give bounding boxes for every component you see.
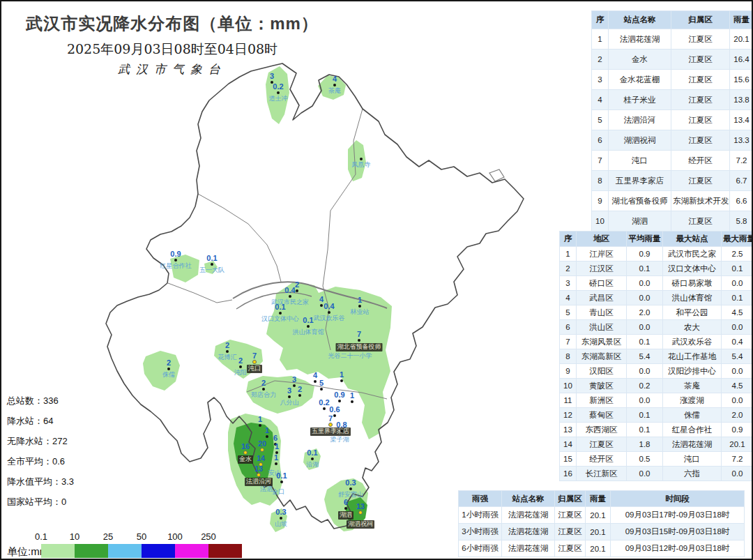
station-label: 山坡 bbox=[275, 521, 287, 528]
cell-index: 3 bbox=[560, 276, 577, 291]
legend-tick: 0.1 bbox=[24, 531, 58, 542]
station-value: 0.6 bbox=[329, 406, 340, 414]
cell-avg-rain: 0.1 bbox=[627, 408, 663, 423]
legend-tick: 250 bbox=[192, 531, 225, 542]
col-header-max-rain: 最大雨量 bbox=[722, 232, 753, 247]
station-dot bbox=[226, 350, 229, 353]
station-label: 法泗 bbox=[260, 486, 273, 493]
station-value: 1 bbox=[274, 454, 278, 462]
station-value: 1 bbox=[265, 427, 269, 434]
cell-index: 11 bbox=[560, 393, 577, 408]
cell-district: 经开区 bbox=[577, 452, 627, 467]
cell-avg-rain: 0.1 bbox=[627, 335, 663, 349]
cell-index: 5 bbox=[592, 110, 609, 130]
cell-rainfall: 20.1 bbox=[586, 507, 611, 524]
table-row: 1小时雨强 法泗花莲湖 江夏区 20.1 09月03日17时-09月03日18时 bbox=[459, 507, 745, 524]
station-label: 八分山 bbox=[280, 400, 299, 407]
cell-district: 江夏区 bbox=[671, 130, 730, 151]
cell-rainfall: 13.3 bbox=[730, 130, 753, 151]
cell-period: 09月03日12时-09月03日18时 bbox=[611, 540, 745, 557]
station-label: 郑店合力 bbox=[251, 392, 276, 399]
station-value: 0.9 bbox=[170, 250, 181, 258]
legend-swatch bbox=[41, 544, 75, 558]
col-header-avg-rain: 平均雨量 bbox=[627, 232, 663, 247]
station-dot bbox=[293, 384, 296, 387]
stat-line: 全市平均：0.6 bbox=[7, 457, 74, 467]
cell-station: 桂子米业 bbox=[609, 90, 671, 110]
cell-index: 1 bbox=[592, 29, 609, 50]
cell-district: 青山区 bbox=[577, 305, 627, 320]
station-value: 0.1 bbox=[303, 317, 313, 324]
station-value: 3 bbox=[287, 387, 291, 395]
cell-rainfall: 6.7 bbox=[730, 171, 753, 191]
station-dot bbox=[351, 400, 353, 403]
report-period: 2025年09月03日08时至04日08时 bbox=[22, 40, 322, 59]
station-dot bbox=[360, 158, 363, 160]
cell-rainfall: 20.1 bbox=[586, 524, 611, 540]
cell-max-station: 武汉欢乐谷 bbox=[663, 335, 722, 349]
cell-max-rain: 0.0 bbox=[722, 276, 753, 291]
cell-index: 5 bbox=[560, 305, 577, 320]
cell-avg-rain: 1.8 bbox=[627, 437, 663, 452]
station-dot bbox=[296, 289, 298, 292]
table-row: 9 汉阳区 0.0 汉阳沙排中心 0.0 bbox=[560, 364, 753, 379]
cell-rainfall: 20.1 bbox=[730, 29, 753, 50]
table-row: 7 沌口 经开区 7.2 bbox=[592, 151, 753, 171]
station-dot bbox=[349, 487, 352, 490]
station-dot bbox=[277, 91, 280, 94]
station-label: 湖泗祝祠 bbox=[347, 520, 374, 529]
station-dot bbox=[333, 414, 336, 417]
station-dot-highlight bbox=[243, 451, 248, 455]
station-label: 花博汇 bbox=[218, 354, 237, 361]
table-row: 3小时雨强 法泗花莲湖 江夏区 20.1 09月03日15时-09月03日18时 bbox=[459, 524, 745, 540]
station-value: 13 bbox=[356, 503, 365, 510]
cell-max-station: 茶庵 bbox=[663, 379, 722, 393]
station-label: 湖北省预备役师 bbox=[336, 343, 383, 351]
station-value: 20 bbox=[258, 440, 266, 448]
station-dot bbox=[266, 435, 268, 438]
cell-index: 2 bbox=[560, 262, 577, 276]
table-header-row: 序 地区 平均雨量 最大站点 最大雨量 bbox=[560, 232, 753, 247]
cell-district: 江夏区 bbox=[671, 211, 730, 232]
station-value: 0.3 bbox=[345, 479, 356, 487]
station-value: 0.3 bbox=[275, 508, 286, 516]
legend-swatch bbox=[75, 544, 108, 558]
cell-rainfall: 5.8 bbox=[730, 211, 753, 232]
cell-district: 东湖新技术开发区 bbox=[671, 191, 730, 211]
station-dot-highlight bbox=[257, 473, 261, 477]
legend-swatch bbox=[108, 544, 142, 558]
legend-swatch bbox=[175, 544, 208, 558]
station-value: 4 bbox=[319, 296, 324, 303]
station-value: 1 bbox=[358, 296, 362, 304]
station-value: 2 bbox=[225, 342, 229, 349]
cell-index: 8 bbox=[560, 349, 577, 364]
cell-district: 蔡甸区 bbox=[577, 408, 627, 423]
station-dot bbox=[333, 84, 336, 86]
cell-district: 江汉区 bbox=[577, 262, 627, 276]
cell-index: 4 bbox=[560, 291, 577, 305]
cell-avg-rain: 0.0 bbox=[627, 320, 663, 335]
cell-max-rain: 0.1 bbox=[722, 262, 753, 276]
station-value: 0.4 bbox=[284, 287, 295, 294]
cell-max-rain: 2.0 bbox=[722, 408, 753, 423]
station-value: 0.1 bbox=[276, 472, 287, 480]
table-row: 11 新洲区 0.0 涨渡湖 0.0 bbox=[560, 393, 753, 408]
cell-station: 湖北省预备役师 bbox=[609, 191, 671, 211]
table-row: 14 江夏区 1.8 法泗花莲湖 20.1 bbox=[560, 437, 753, 452]
station-value: 7 bbox=[252, 352, 257, 360]
station-label: 凤凰寺 bbox=[352, 162, 371, 169]
cell-max-station: 洪山体育馆 bbox=[663, 291, 722, 305]
cell-max-rain: 0.4 bbox=[722, 335, 753, 349]
station-value: 1 bbox=[350, 392, 354, 400]
station-value: 3 bbox=[292, 376, 296, 384]
cell-index: 14 bbox=[560, 437, 577, 452]
cell-station: 法泗花莲湖 bbox=[502, 507, 555, 524]
table-row: 15 经开区 0.5 沌口 7.2 bbox=[560, 452, 753, 467]
col-header-district: 地区 bbox=[577, 232, 627, 247]
cell-max-station: 六指 bbox=[663, 467, 722, 481]
cell-max-station: 法泗花莲湖 bbox=[663, 437, 722, 452]
station-label: 侏儒 bbox=[162, 372, 175, 379]
cell-avg-rain: 0.0 bbox=[627, 393, 663, 408]
station-dot bbox=[323, 407, 326, 410]
table-row: 5 青山区 2.0 和平公园 4.5 bbox=[560, 305, 753, 320]
